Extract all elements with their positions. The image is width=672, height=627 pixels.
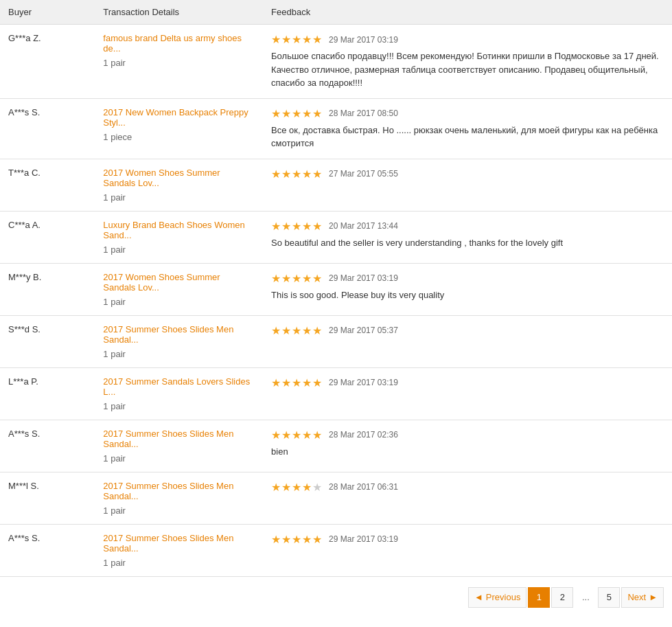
filled-star: ★ xyxy=(292,376,301,389)
feedback-header: ★★★★★29 Mar 2017 03:19 xyxy=(271,533,664,546)
filled-star: ★ xyxy=(281,272,291,285)
feedback-cell: ★★★★★29 Mar 2017 03:19Большое спасибо пр… xyxy=(263,25,672,99)
star-rating: ★★★★★ xyxy=(271,481,322,494)
feedback-header: ★★★★★29 Mar 2017 03:19 xyxy=(271,272,664,285)
feedback-cell: ★★★★★29 Mar 2017 03:19 xyxy=(263,524,672,576)
pagination: ◄ Previous 1 2 ... 5 Next ► xyxy=(0,576,672,618)
column-buyer: Buyer xyxy=(0,0,95,25)
feedback-header: ★★★★★27 Mar 2017 05:55 xyxy=(271,168,664,181)
transaction-link[interactable]: 2017 Women Shoes Summer Sandals Lov... xyxy=(103,272,255,293)
feedback-date: 29 Mar 2017 03:19 xyxy=(329,534,398,544)
feedback-header: ★★★★★28 Mar 2017 08:50 xyxy=(271,107,664,120)
transaction-link[interactable]: Luxury Brand Beach Shoes Women Sand... xyxy=(103,220,255,240)
buyer-cell: T***a C. xyxy=(0,159,95,211)
quantity-label: 1 pair xyxy=(103,505,255,516)
feedback-cell: ★★★★★28 Mar 2017 08:50Все ок, доставка б… xyxy=(263,98,672,159)
filled-star: ★ xyxy=(292,168,301,181)
filled-star: ★ xyxy=(292,429,301,442)
next-button[interactable]: Next ► xyxy=(621,587,664,608)
table-row: G***a Z.famous brand Delta us army shoes… xyxy=(0,25,672,99)
filled-star: ★ xyxy=(302,324,312,337)
transaction-link[interactable]: famous brand Delta us army shoes de... xyxy=(103,33,255,54)
table-row: A***s S.2017 Summer Shoes Slides Men San… xyxy=(0,524,672,576)
filled-star: ★ xyxy=(271,272,281,285)
reviews-table-container: Buyer Transaction Details Feedback G***a… xyxy=(0,0,672,627)
star-rating: ★★★★★ xyxy=(271,429,322,442)
filled-star: ★ xyxy=(271,376,281,389)
column-feedback: Feedback xyxy=(263,0,672,25)
transaction-cell: famous brand Delta us army shoes de...1 … xyxy=(95,25,263,99)
table-row: C***a A.Luxury Brand Beach Shoes Women S… xyxy=(0,211,672,263)
transaction-link[interactable]: 2017 Summer Sandals Lovers Slides L... xyxy=(103,376,255,397)
feedback-date: 28 Mar 2017 08:50 xyxy=(329,109,398,118)
transaction-cell: 2017 Summer Sandals Lovers Slides L...1 … xyxy=(95,367,263,420)
feedback-text: Большое спасибо продавцу!!! Всем рекомен… xyxy=(271,49,664,90)
filled-star: ★ xyxy=(281,429,291,442)
feedback-date: 29 Mar 2017 05:37 xyxy=(329,326,398,335)
feedback-date: 28 Mar 2017 06:31 xyxy=(329,482,398,492)
transaction-cell: 2017 New Women Backpack Preppy Styl...1 … xyxy=(95,98,263,159)
transaction-link[interactable]: 2017 Summer Shoes Slides Men Sandal... xyxy=(103,324,255,345)
page-5-button[interactable]: 5 xyxy=(598,587,620,608)
feedback-text: bien xyxy=(271,445,664,459)
filled-star: ★ xyxy=(292,220,301,233)
filled-star: ★ xyxy=(302,481,312,494)
filled-star: ★ xyxy=(281,168,291,181)
filled-star: ★ xyxy=(271,481,281,494)
feedback-cell: ★★★★★29 Mar 2017 05:37 xyxy=(263,315,672,367)
filled-star: ★ xyxy=(271,220,281,233)
filled-star: ★ xyxy=(271,168,281,181)
feedback-cell: ★★★★★28 Mar 2017 02:36bien xyxy=(263,420,672,472)
table-row: L***a P.2017 Summer Sandals Lovers Slide… xyxy=(0,367,672,420)
transaction-link[interactable]: 2017 Summer Shoes Slides Men Sandal... xyxy=(103,481,255,501)
filled-star: ★ xyxy=(281,376,291,389)
feedback-header: ★★★★★29 Mar 2017 05:37 xyxy=(271,324,664,337)
filled-star: ★ xyxy=(312,272,322,285)
filled-star: ★ xyxy=(292,533,301,546)
filled-star: ★ xyxy=(292,272,301,285)
transaction-cell: 2017 Women Shoes Summer Sandals Lov...1 … xyxy=(95,263,263,315)
page-2-button[interactable]: 2 xyxy=(551,587,573,608)
feedback-cell: ★★★★★28 Mar 2017 06:31 xyxy=(263,472,672,524)
page-ellipsis: ... xyxy=(575,587,596,608)
transaction-link[interactable]: 2017 Summer Shoes Slides Men Sandal... xyxy=(103,429,255,449)
buyer-cell: L***a P. xyxy=(0,367,95,420)
page-1-button[interactable]: 1 xyxy=(528,587,550,608)
filled-star: ★ xyxy=(302,429,312,442)
star-rating: ★★★★★ xyxy=(271,107,322,120)
buyer-cell: C***a A. xyxy=(0,211,95,263)
buyer-cell: A***s S. xyxy=(0,420,95,472)
filled-star: ★ xyxy=(271,429,281,442)
quantity-label: 1 pair xyxy=(103,244,255,255)
filled-star: ★ xyxy=(281,107,291,120)
star-rating: ★★★★★ xyxy=(271,376,322,389)
filled-star: ★ xyxy=(281,533,291,546)
buyer-cell: M***y B. xyxy=(0,263,95,315)
filled-star: ★ xyxy=(302,220,312,233)
feedback-date: 28 Mar 2017 02:36 xyxy=(329,430,398,440)
feedback-cell: ★★★★★20 Mar 2017 13:44So beautiful and t… xyxy=(263,211,672,263)
transaction-link[interactable]: 2017 New Women Backpack Preppy Styl... xyxy=(103,107,255,128)
table-row: M***y B.2017 Women Shoes Summer Sandals … xyxy=(0,263,672,315)
transaction-link[interactable]: 2017 Summer Shoes Slides Men Sandal... xyxy=(103,533,255,554)
star-rating: ★★★★★ xyxy=(271,33,322,46)
transaction-cell: 2017 Summer Shoes Slides Men Sandal...1 … xyxy=(95,524,263,576)
quantity-label: 1 pair xyxy=(103,349,255,359)
star-rating: ★★★★★ xyxy=(271,168,322,181)
feedback-header: ★★★★★20 Mar 2017 13:44 xyxy=(271,220,664,233)
transaction-link[interactable]: 2017 Women Shoes Summer Sandals Lov... xyxy=(103,168,255,188)
filled-star: ★ xyxy=(312,324,322,337)
buyer-cell: S***d S. xyxy=(0,315,95,367)
filled-star: ★ xyxy=(271,33,281,46)
feedback-header: ★★★★★29 Mar 2017 03:19 xyxy=(271,376,664,389)
filled-star: ★ xyxy=(292,107,301,120)
filled-star: ★ xyxy=(302,168,312,181)
quantity-label: 1 piece xyxy=(103,132,255,142)
star-rating: ★★★★★ xyxy=(271,533,322,546)
table-row: T***a C.2017 Women Shoes Summer Sandals … xyxy=(0,159,672,211)
buyer-cell: A***s S. xyxy=(0,524,95,576)
previous-button[interactable]: ◄ Previous xyxy=(468,587,526,608)
buyer-cell: G***a Z. xyxy=(0,25,95,99)
filled-star: ★ xyxy=(302,533,312,546)
filled-star: ★ xyxy=(281,220,291,233)
